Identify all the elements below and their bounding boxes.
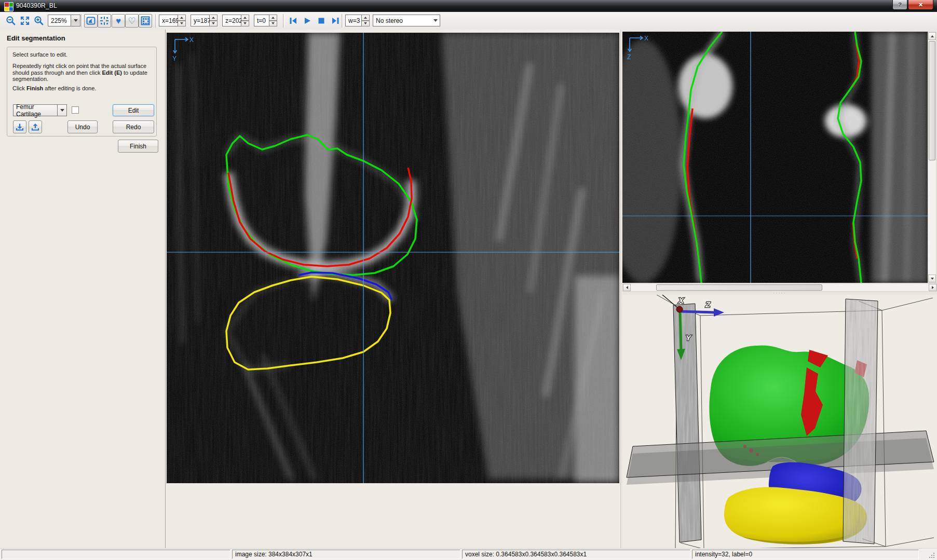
edit-button[interactable]: Edit	[113, 104, 154, 116]
axial-mri-image[interactable]: X Z	[622, 32, 928, 283]
play-button[interactable]	[301, 14, 314, 28]
y-coordinate-field[interactable]: y=187	[191, 15, 210, 26]
stereo-dropdown-button[interactable]	[431, 15, 440, 26]
zoom-level-value[interactable]: 225%	[48, 15, 71, 26]
show-contours-toggle[interactable]: ♡	[125, 14, 139, 28]
x-coordinate-field[interactable]: x=169	[159, 15, 178, 26]
y-spin-down-button[interactable]	[210, 21, 218, 27]
image-icon	[86, 16, 96, 25]
main-view-panel: X Y	[165, 30, 621, 548]
scroll-up-button[interactable]	[928, 32, 936, 40]
instruction-bold-finish: Finish	[26, 85, 43, 91]
undo-button[interactable]: Undo	[67, 120, 98, 133]
scroll-left-button[interactable]	[623, 284, 631, 291]
instruction-text: after editing is done.	[43, 85, 96, 91]
z-spin-down-button[interactable]	[241, 21, 249, 27]
surface-select-combobox[interactable]: Femur Cartilage	[13, 104, 67, 116]
toolbar-separator	[81, 14, 83, 28]
sagittal-mri-image[interactable]: X Y	[167, 33, 619, 483]
chevron-up-icon	[931, 35, 934, 37]
heart-outline-icon: ♡	[128, 17, 135, 25]
w-spin-up-button[interactable]	[362, 15, 370, 21]
help-button[interactable]: ?	[892, 0, 907, 10]
axis-label-z: Z	[705, 300, 711, 309]
sagittal-view[interactable]: X Y	[167, 33, 619, 483]
load-button[interactable]	[13, 120, 26, 133]
z-spin-up-button[interactable]	[241, 15, 249, 21]
grid-layout-toggle[interactable]	[139, 14, 152, 28]
stereo-mode-combobox[interactable]: No stereo	[373, 15, 440, 26]
instruction-bold-edit: Edit (E)	[102, 70, 122, 76]
t-spin-up-button[interactable]	[269, 15, 277, 21]
fit-to-window-button[interactable]	[18, 14, 32, 28]
chevron-down-icon	[243, 22, 247, 24]
app-icon-cell	[5, 3, 9, 7]
close-button[interactable]: ✕	[908, 0, 933, 10]
grid-icon	[141, 16, 150, 25]
y-spin-up-button[interactable]	[210, 15, 218, 21]
chevron-up-icon	[364, 17, 367, 19]
zoom-out-icon	[6, 16, 16, 26]
vertical-scroll-thumb[interactable]	[929, 41, 935, 160]
chevron-down-icon	[271, 22, 275, 24]
t-spin-down-button[interactable]	[269, 21, 277, 27]
application-window: 9040390R_BL ? ✕	[0, 0, 937, 560]
app-icon-cell	[5, 7, 9, 11]
scroll-right-button[interactable]	[929, 284, 936, 291]
chevron-down-icon	[364, 22, 367, 24]
finish-button[interactable]: Finish	[118, 140, 158, 153]
horizontal-scroll-thumb[interactable]	[656, 284, 822, 291]
window-resize-grip[interactable]	[929, 552, 935, 560]
w-spin-down-button[interactable]	[362, 21, 370, 27]
redo-button[interactable]: Redo	[113, 120, 154, 133]
window-width-field[interactable]: w=3	[345, 15, 362, 26]
axial-vertical-scrollbar[interactable]	[928, 32, 936, 283]
axis-label-x: X	[678, 296, 684, 305]
volume-3d-view[interactable]: X Z Y	[622, 295, 937, 548]
y-coordinate-spinner: y=187	[191, 15, 218, 26]
show-surfaces-toggle[interactable]: ♥	[112, 14, 125, 28]
t-coordinate-field[interactable]: t=0	[254, 15, 269, 26]
scroll-down-button[interactable]	[928, 275, 936, 282]
heart-filled-icon: ♥	[116, 17, 121, 25]
z-coordinate-field[interactable]: z=202	[222, 15, 241, 26]
surface-select-value[interactable]: Femur Cartilage	[13, 104, 58, 116]
chevron-down-icon	[74, 19, 78, 22]
main-toolbar: 225% ♥ ♡	[0, 12, 937, 30]
axial-view[interactable]: X Z	[622, 32, 928, 283]
go-first-frame-button[interactable]	[287, 14, 300, 28]
volume-3d-render[interactable]: X Z Y	[622, 295, 937, 548]
stop-button[interactable]	[315, 14, 328, 28]
toolbar-separator	[155, 14, 157, 28]
axis-label-y: Y	[172, 55, 176, 62]
help-icon: ?	[898, 2, 902, 8]
finish-button-label: Finish	[130, 143, 146, 150]
zoom-level-dropdown-button[interactable]	[71, 15, 80, 26]
edit-segmentation-panel: Edit segmentation Select surface to edit…	[0, 30, 165, 548]
stereo-mode-value[interactable]: No stereo	[373, 15, 431, 26]
instruction-line-1: Select surface to edit.	[12, 51, 150, 58]
axis-label-z: Z	[627, 53, 631, 61]
show-crosshair-toggle[interactable]	[98, 14, 111, 28]
chevron-down-icon	[212, 22, 215, 24]
app-icon	[4, 2, 13, 11]
save-button[interactable]	[29, 120, 42, 133]
go-last-frame-button[interactable]	[329, 14, 342, 28]
title-bar[interactable]: 9040390R_BL ? ✕	[0, 0, 937, 12]
x-spin-down-button[interactable]	[178, 21, 186, 27]
surface-checkbox[interactable]	[72, 106, 79, 114]
show-image-toggle[interactable]	[84, 14, 98, 28]
z-coordinate-spinner: z=202	[222, 15, 249, 26]
download-icon	[16, 123, 24, 131]
play-icon	[303, 16, 312, 25]
chevron-up-icon	[180, 17, 183, 19]
surface-dropdown-button[interactable]	[58, 104, 67, 116]
zoom-out-button[interactable]	[4, 14, 18, 28]
view-splitter-handle[interactable]: ·····	[622, 291, 937, 295]
x-spin-up-button[interactable]	[178, 15, 186, 21]
undo-button-label: Undo	[75, 124, 90, 131]
instruction-line-2: Repeatedly right click on point that the…	[12, 63, 152, 83]
zoom-level-combobox[interactable]: 225%	[48, 15, 80, 26]
zoom-in-button[interactable]	[32, 14, 46, 28]
crosshair-icon	[100, 16, 109, 25]
